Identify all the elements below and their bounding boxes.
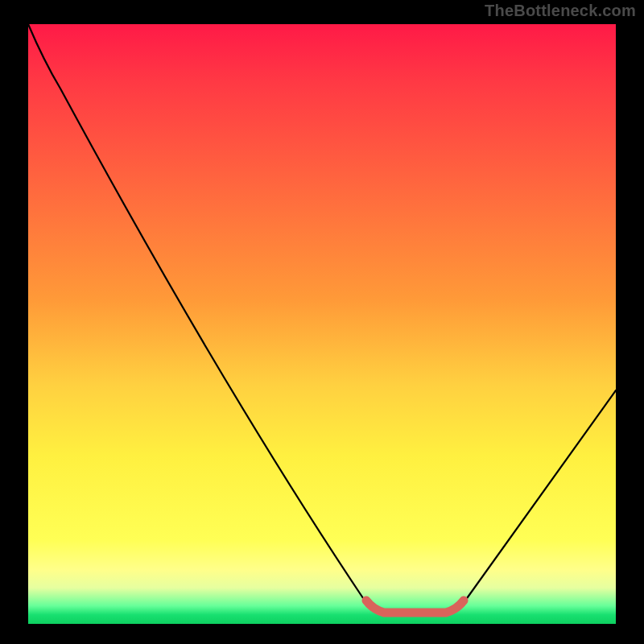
plot-area	[28, 24, 616, 624]
chart-frame: TheBottleneck.com	[0, 0, 644, 644]
attribution-text: TheBottleneck.com	[485, 2, 636, 20]
bottleneck-curve	[28, 24, 616, 613]
valley-highlight	[366, 601, 464, 613]
curve-layer	[28, 24, 616, 624]
